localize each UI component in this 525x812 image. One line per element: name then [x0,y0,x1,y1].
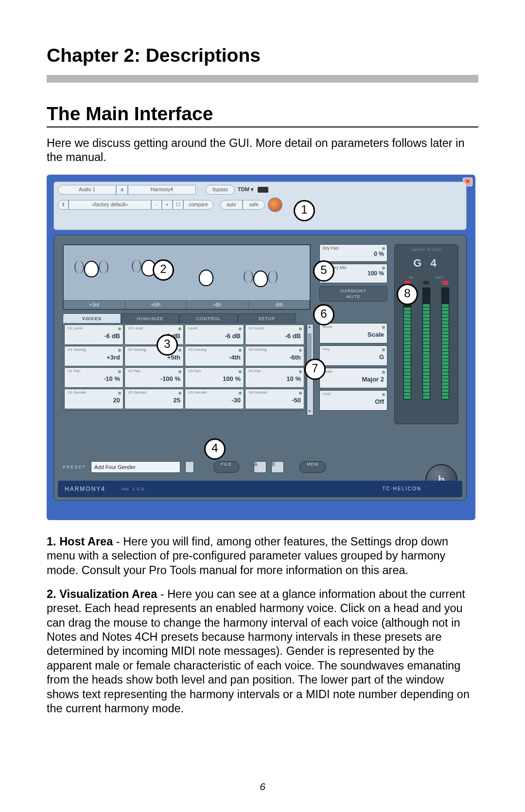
value-dot-icon [299,349,302,352]
product-name: HARMONY4 [65,486,105,492]
in-label: IN [409,275,413,280]
mute-label: MUTE [320,294,387,300]
scale-control[interactable]: ScaleMajor 2 [319,368,387,388]
host-insert[interactable]: a [116,185,128,195]
v2-pan[interactable]: V2 Pan-100 % [124,367,184,388]
value-dot-icon [299,392,302,395]
chapter-rule [47,75,478,83]
mode-column: ModeScale KeyG ScaleMajor 2 HoldOff [319,323,387,411]
voice-wave-icon [74,261,84,273]
harmony-mute-button[interactable]: HARMONY MUTE [319,286,387,302]
value-dot-icon [239,349,242,352]
host-preset[interactable]: «factory default» [69,200,151,210]
tab-control[interactable]: CONTROL [179,313,238,324]
callout-3: 3 [157,334,178,356]
chapter-title: Chapter 2: Descriptions [47,45,478,66]
voice-head-3[interactable] [199,270,213,286]
preset-name-field[interactable]: Add Four Gender [91,461,180,473]
auto-button[interactable]: auto [220,200,243,210]
format-menu[interactable]: TDM ▾ [238,186,254,193]
section-title: The Main Interface [47,103,478,125]
callout-1: 1 [294,200,315,221]
safe-button[interactable]: safe [243,200,265,210]
brand-bar: HARMONY4 Ver. 1.0.0 TC·HELICON [58,481,462,497]
mode-control[interactable]: ModeScale [319,323,387,343]
value-dot-icon [178,370,181,373]
voice-wave-icon [244,271,253,283]
out-clip-led-icon [423,281,429,285]
scroll-thumb[interactable] [308,333,312,362]
v1-voicing[interactable]: V1 Voicing+3rd [64,346,123,366]
value-dot-icon [118,370,121,373]
compare-a-button[interactable]: A [254,461,266,473]
compare-b-button[interactable]: B [271,461,284,473]
voice-head-1[interactable] [84,261,99,277]
out-label: OUT [436,275,444,280]
voicing-labels: +3rd +5th -4th -6th [64,300,310,309]
viz-interval: +3rd [64,300,125,309]
value-dot-icon [118,327,121,330]
host-area: Audio 1 a Harmony4 bypass TDM ▾ ⇕ «facto… [53,181,467,230]
tab-setup[interactable]: SETUP [238,313,296,324]
v3-gender[interactable]: V3 Gender-30 [185,389,244,409]
voice-wave-icon [99,261,108,273]
value-dot-icon [382,326,385,329]
callout-6: 6 [313,304,334,325]
preset-minus-button[interactable]: - [151,200,162,210]
preset-stepper[interactable]: ▲▼ [185,461,194,473]
value-dot-icon [178,349,181,352]
preset-page-button[interactable]: ☐ [173,200,183,210]
voice-wave-icon [268,271,278,283]
file-button[interactable]: FILE [213,461,239,473]
compare-button[interactable]: compare [183,200,213,210]
scroll-up-icon[interactable]: ▲ [307,325,312,330]
v4-voicing[interactable]: V4 Voicing-6th [245,346,304,366]
desc-2: 2. Visualization Area - Here you can see… [47,587,478,716]
value-dot-icon [239,370,242,373]
v3-voicing[interactable]: V3 Voicing-4th [185,346,244,366]
v4-pan[interactable]: V4 Pan10 % [245,367,304,388]
value-dot-icon [178,392,181,395]
tab-humanize[interactable]: HUMANIZE [121,313,179,324]
callout-7: 7 [304,359,326,380]
v2-gender[interactable]: V2 Gender25 [124,389,184,409]
v3-level[interactable]: Level-6 dB [185,325,244,345]
callout-2: 2 [153,259,174,281]
dry-pan-control[interactable]: Dry Pan 0 % [319,244,387,262]
value-dot-icon [382,267,385,270]
preset-stepper[interactable]: ⇕ [58,200,69,210]
company-name: TC·HELICON [382,486,421,491]
value-dot-icon [382,348,385,351]
value-dot-icon [299,370,302,373]
meters-panel: INPUT PITCH G 4 IN OUT 0 -3 -6 -12 [394,244,458,424]
host-track[interactable]: Audio 1 [58,185,116,195]
voice-wave-icon [132,260,141,272]
settings-knob-icon[interactable] [268,198,282,212]
dry-pan-label: Dry Pan [323,246,384,251]
desc-2-label: 2. Visualization Area [47,588,157,600]
desc-1-label: 1. Host Area [47,535,113,548]
format-indicator-icon [258,187,268,193]
preset-row: PRESET Add Four Gender ▲▼ FILE A B MEM [63,461,326,473]
tab-voices[interactable]: VOICES [63,313,121,324]
preset-plus-button[interactable]: + [162,200,173,210]
hold-control[interactable]: HoldOff [319,390,387,411]
input-pitch-value: G 4 [398,257,455,270]
bypass-button[interactable]: bypass [206,185,235,195]
intro-text: Here we discuss getting around the GUI. … [47,136,478,165]
out-clip-led-icon [442,281,448,285]
key-control[interactable]: KeyG [319,345,387,366]
v4-gender[interactable]: V4 Gender-50 [245,389,304,409]
v3-pan[interactable]: V3 Pan100 % [185,367,244,388]
visualization-area[interactable]: +3rd +5th -4th -6th [63,244,311,310]
scroll-down-icon[interactable]: ▼ [307,409,312,415]
value-dot-icon [178,327,181,330]
mem-button[interactable]: MEM [299,461,326,473]
v1-level[interactable]: V1 Level-6 dB [64,325,123,345]
v4-level[interactable]: V4 Level-6 dB [245,325,304,345]
page-number: 6 [0,781,525,793]
v1-pan[interactable]: V1 Pan-10 % [64,367,123,388]
host-plugin[interactable]: Harmony4 [128,185,196,195]
v1-gender[interactable]: V1 Gender20 [64,389,123,409]
voice-head-4[interactable] [253,271,268,287]
